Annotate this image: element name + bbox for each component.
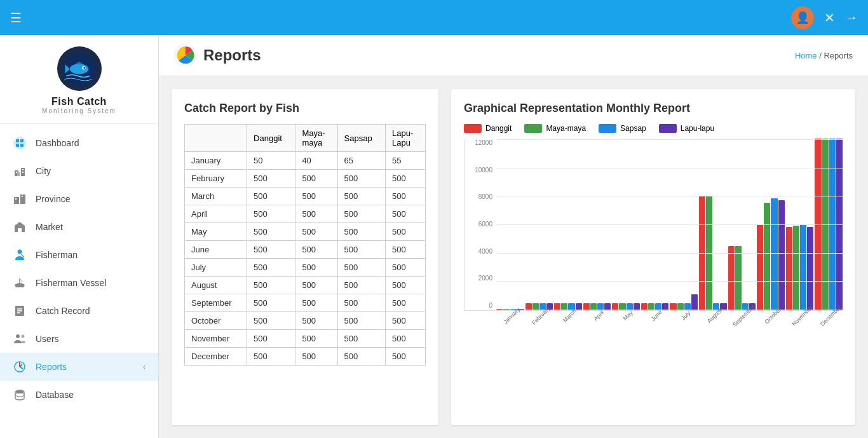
province-label: Province [36, 194, 70, 204]
legend-item: Lapu-lapu [659, 124, 714, 133]
y-label: 10000 [465, 167, 492, 174]
sidebar-item-reports[interactable]: Reports ‹ [0, 353, 158, 381]
province-icon [13, 192, 27, 206]
svg-rect-15 [22, 172, 24, 173]
catch-report-card: Catch Report by Fish Danggit Maya-maya S… [172, 89, 438, 425]
cell-lapu: 500 [386, 277, 426, 294]
cell-month: April [185, 205, 247, 223]
cell-danggit: 50 [247, 152, 295, 170]
cell-danggit: 500 [247, 188, 295, 205]
sidebar-item-users[interactable]: Users [0, 325, 158, 353]
topbar-right: 👤 ✕ → [791, 6, 858, 29]
fullscreen-icon[interactable]: ✕ [824, 10, 835, 25]
dashboard-icon [13, 136, 27, 150]
table-row: April500500500500 [185, 205, 426, 223]
breadcrumb-current: Reports [824, 51, 853, 60]
cell-lapu: 500 [386, 259, 426, 277]
reports-label: Reports [36, 362, 67, 372]
fisherman-label: Fisherman [36, 250, 78, 260]
hamburger-icon[interactable]: ☰ [10, 10, 22, 25]
cell-month: December [185, 348, 247, 366]
sidebar-item-catch-record[interactable]: Catch Record [0, 297, 158, 325]
avatar[interactable]: 👤 [791, 6, 814, 29]
cell-sapsap: 65 [337, 152, 385, 170]
fisherman-vessel-label: Fisherman Vessel [36, 278, 106, 288]
table-row: October500500500500 [185, 312, 426, 330]
y-label: 2000 [465, 275, 492, 282]
cell-lapu: 500 [386, 241, 426, 259]
cell-lapu: 500 [386, 188, 426, 205]
legend-color [599, 124, 616, 133]
month-group [815, 139, 843, 310]
bar-mayamaya [532, 303, 539, 310]
svg-point-1 [70, 64, 88, 74]
svg-rect-16 [14, 197, 19, 204]
cell-danggit: 500 [247, 348, 295, 366]
table-row: December500500500500 [185, 348, 426, 366]
cell-mayamaya: 500 [295, 277, 337, 294]
table-row: June500500500500 [185, 241, 426, 259]
svg-rect-12 [17, 172, 20, 176]
cell-lapu: 500 [386, 170, 426, 188]
cell-month: February [185, 170, 247, 188]
cell-danggit: 500 [247, 170, 295, 188]
sidebar-item-city[interactable]: City [0, 157, 158, 185]
graph-title: Graphical Representation Monthly Report [464, 102, 843, 115]
cell-mayamaya: 500 [295, 170, 337, 188]
cell-sapsap: 500 [337, 205, 385, 223]
cell-mayamaya: 500 [295, 259, 337, 277]
catch-record-label: Catch Record [36, 306, 90, 316]
bar-sapsap [771, 198, 777, 310]
sidebar-item-province[interactable]: Province [0, 185, 158, 213]
svg-rect-6 [16, 139, 19, 142]
bar-mayamaya [677, 303, 684, 310]
cell-lapu: 500 [386, 205, 426, 223]
cell-lapu: 500 [386, 223, 426, 241]
cell-danggit: 500 [247, 277, 295, 294]
topbar: ☰ 👤 ✕ → [0, 0, 868, 35]
cell-month: November [185, 330, 247, 348]
cell-mayamaya: 500 [295, 205, 337, 223]
cell-sapsap: 500 [337, 188, 385, 205]
sidebar-item-dashboard[interactable]: Dashboard [0, 129, 158, 157]
svg-point-21 [18, 250, 22, 254]
bar-danggit [583, 303, 590, 310]
bar-lapu [778, 200, 785, 310]
svg-rect-8 [16, 144, 19, 147]
cell-sapsap: 500 [337, 241, 385, 259]
svg-rect-13 [16, 172, 17, 173]
legend-label: Sapsap [620, 124, 646, 133]
catch-report-title: Catch Report by Fish [184, 102, 426, 115]
svg-point-26 [16, 334, 20, 338]
cell-lapu: 500 [386, 330, 426, 348]
cell-danggit: 500 [247, 223, 295, 241]
bar-danggit [526, 303, 532, 310]
page-title-icon [174, 44, 197, 67]
sidebar-item-fisherman[interactable]: Fisherman [0, 241, 158, 269]
cell-mayamaya: 500 [295, 241, 337, 259]
brand: Fish Catch Monitoring System [0, 35, 158, 124]
svg-rect-19 [22, 196, 23, 197]
col-header-sapsap: Sapsap [337, 125, 385, 152]
page-title-row: Reports [174, 44, 261, 67]
breadcrumb: Home / Reports [795, 51, 853, 60]
users-icon [13, 332, 27, 346]
sidebar-item-database[interactable]: Database [0, 381, 158, 409]
sidebar-item-market[interactable]: Market [0, 213, 158, 241]
y-label: 12000 [465, 139, 492, 146]
bar-danggit [786, 227, 792, 310]
legend-label: Danggit [485, 124, 512, 133]
svg-rect-9 [20, 144, 24, 147]
cell-danggit: 500 [247, 205, 295, 223]
bar-sapsap [800, 224, 806, 310]
month-group [699, 196, 727, 310]
logout-icon[interactable]: → [845, 10, 858, 25]
bar-mayamaya [793, 226, 799, 310]
table-row: July500500500500 [185, 259, 426, 277]
breadcrumb-home[interactable]: Home [795, 51, 817, 60]
bar-danggit [815, 139, 821, 310]
city-label: City [36, 166, 51, 176]
content: Reports Home / Reports Catch Report by F… [159, 35, 868, 438]
cell-month: June [185, 241, 247, 259]
sidebar-item-fisherman-vessel[interactable]: Fisherman Vessel [0, 269, 158, 297]
